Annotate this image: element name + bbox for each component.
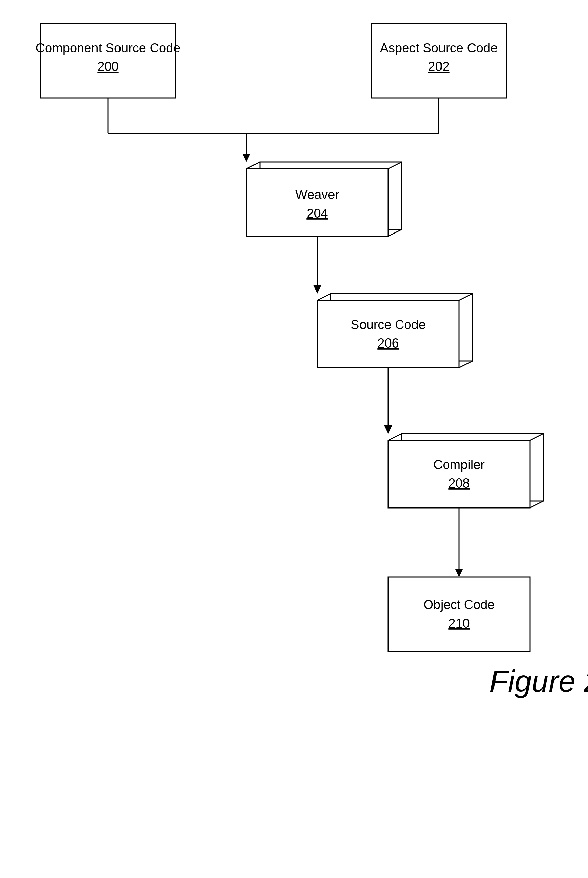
source-code-node: Source Code 206 <box>317 294 472 368</box>
svg-line-9 <box>246 162 260 169</box>
svg-rect-16 <box>317 300 459 368</box>
svg-marker-22 <box>384 425 392 434</box>
object-code-node: Object Code 210 <box>388 577 530 651</box>
figure-label: Figure 2 <box>489 664 588 698</box>
component-source-node: Component Source Code 200 <box>36 24 181 98</box>
source-code-label: Source Code <box>351 318 426 332</box>
compiler-number: 208 <box>448 476 470 490</box>
compiler-label: Compiler <box>434 458 485 472</box>
aspect-source-node: Aspect Source Code 202 <box>371 24 506 98</box>
svg-line-25 <box>388 434 402 440</box>
object-code-number: 210 <box>448 616 470 630</box>
aspect-source-label: Aspect Source Code <box>380 41 498 55</box>
svg-rect-24 <box>388 440 530 508</box>
component-source-label: Component Source Code <box>36 41 181 55</box>
weaver-number: 204 <box>306 206 328 220</box>
source-code-number: 206 <box>377 336 399 350</box>
compiler-node: Compiler 208 <box>388 434 543 508</box>
weaver-label: Weaver <box>296 187 340 202</box>
svg-marker-30 <box>455 569 463 577</box>
component-source-number: 200 <box>97 59 118 73</box>
svg-marker-14 <box>313 285 321 294</box>
svg-line-17 <box>317 294 331 300</box>
svg-line-28 <box>530 501 543 508</box>
aspect-source-number: 202 <box>428 59 449 73</box>
svg-rect-31 <box>388 577 530 651</box>
diagram-container: Component Source Code 200 Aspect Source … <box>0 0 588 878</box>
weaver-node: Weaver 204 <box>246 162 402 236</box>
svg-line-12 <box>388 229 402 236</box>
svg-line-20 <box>459 361 472 368</box>
object-code-label: Object Code <box>423 598 495 612</box>
svg-marker-6 <box>242 154 250 162</box>
svg-rect-8 <box>246 169 388 236</box>
